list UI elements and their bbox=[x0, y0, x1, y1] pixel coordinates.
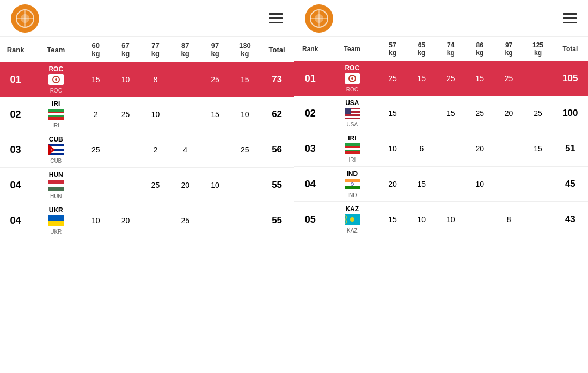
weight-cell-5 bbox=[230, 203, 260, 238]
weight-cell-2: 10 bbox=[140, 97, 170, 132]
table-row: 02 USA USA 1515252025100 bbox=[294, 96, 588, 131]
col-header-65-kg: 65kg bbox=[407, 37, 436, 61]
weight-cell-1: 10 bbox=[111, 62, 140, 97]
table-row: 01 ROC ROC 15108251573 bbox=[0, 62, 294, 97]
flag-label: IRI bbox=[52, 123, 59, 129]
total-cell: 43 bbox=[553, 202, 588, 237]
total-cell: 62 bbox=[260, 97, 294, 132]
table-row: 05 KAZ KAZ 151010843 bbox=[294, 202, 588, 237]
weight-cell-1: 25 bbox=[111, 97, 140, 132]
svg-rect-40 bbox=[345, 146, 360, 148]
rank-cell: 04 bbox=[0, 168, 31, 203]
team-cell: HUN HUN bbox=[31, 168, 81, 203]
team-name: ROC bbox=[48, 65, 63, 73]
team-name: KAZ bbox=[345, 205, 359, 213]
rank-cell: 04 bbox=[0, 203, 31, 238]
flag-label: UKR bbox=[50, 229, 62, 235]
weight-cell-4: 20 bbox=[494, 96, 523, 131]
menu-button[interactable] bbox=[269, 13, 283, 23]
col-header-Team: Team bbox=[31, 37, 81, 62]
weight-cell-4: 10 bbox=[200, 168, 230, 203]
weight-cell-4 bbox=[494, 131, 523, 166]
weight-cell-4: 25 bbox=[494, 61, 523, 96]
col-header-Team: Team bbox=[326, 37, 378, 61]
weight-cell-2: 25 bbox=[140, 168, 170, 203]
team-cell: USA USA bbox=[326, 96, 378, 131]
panel-header bbox=[294, 0, 588, 37]
weight-cell-5: 15 bbox=[523, 131, 552, 166]
table-row: 04 UKR UKR 10202555 bbox=[0, 203, 294, 238]
flag-label: ROC bbox=[346, 87, 358, 93]
weight-cell-2: 25 bbox=[436, 61, 465, 96]
total-cell: 100 bbox=[553, 96, 588, 131]
total-value: 100 bbox=[562, 108, 578, 118]
team-cell: CUB CUB bbox=[31, 132, 81, 167]
col-header-125-kg: 125kg bbox=[523, 37, 552, 61]
svg-rect-41 bbox=[345, 150, 360, 151]
team-name: IND bbox=[346, 170, 358, 178]
total-cell: 51 bbox=[553, 131, 588, 166]
flag-label: IRI bbox=[348, 157, 356, 163]
weight-cell-3: 20 bbox=[465, 131, 494, 166]
flag-icon bbox=[48, 74, 64, 87]
flag-icon bbox=[345, 214, 360, 227]
weight-cell-0 bbox=[81, 168, 111, 203]
weight-cell-3: 4 bbox=[170, 132, 200, 167]
table-row: 03 IRI IRI 106201551 bbox=[294, 131, 588, 166]
svg-rect-36 bbox=[345, 108, 351, 114]
team-name: USA bbox=[345, 99, 359, 107]
rank-cell: 03 bbox=[0, 132, 31, 167]
logo bbox=[11, 4, 39, 33]
flag-icon bbox=[48, 144, 64, 157]
table-container: RankTeam57kg65kg74kg86kg97kg125kgTotal01… bbox=[294, 37, 588, 373]
flag-icon bbox=[345, 108, 360, 120]
weight-cell-4: 25 bbox=[200, 62, 230, 97]
weight-cell-2: 10 bbox=[436, 202, 465, 237]
rank-number: 04 bbox=[305, 179, 316, 189]
total-cell: 55 bbox=[260, 168, 294, 203]
team-cell: KAZ KAZ bbox=[326, 202, 378, 237]
weight-cell-0: 2 bbox=[81, 97, 111, 132]
flag-icon bbox=[345, 143, 360, 156]
svg-rect-11 bbox=[48, 115, 64, 117]
svg-rect-42 bbox=[345, 179, 360, 182]
weight-cell-1: 6 bbox=[407, 131, 436, 166]
total-cell: 45 bbox=[553, 167, 588, 201]
table-row: 01 ROC ROC 2515251525105 bbox=[294, 61, 588, 96]
weight-cell-3: 10 bbox=[465, 167, 494, 201]
rank-number: 02 bbox=[10, 109, 21, 120]
weight-cell-5 bbox=[523, 167, 552, 201]
weight-cell-2: 8 bbox=[140, 62, 170, 97]
col-header-130-kg: 130kg bbox=[230, 37, 260, 62]
weight-cell-5: 10 bbox=[230, 97, 260, 132]
weight-cell-5: 25 bbox=[523, 96, 552, 131]
flag-icon bbox=[48, 180, 64, 192]
weight-cell-4 bbox=[200, 203, 230, 238]
weight-cell-1 bbox=[407, 96, 436, 131]
panel-right: RankTeam57kg65kg74kg86kg97kg125kgTotal01… bbox=[294, 0, 588, 373]
total-value: 105 bbox=[562, 73, 578, 83]
menu-button[interactable] bbox=[563, 13, 577, 23]
weight-cell-2: 2 bbox=[140, 132, 170, 167]
col-header-97-kg: 97kg bbox=[200, 37, 230, 62]
col-header-57-kg: 57kg bbox=[378, 37, 407, 61]
total-value: 55 bbox=[272, 215, 282, 225]
team-name: IRI bbox=[52, 100, 60, 108]
rankings-table: RankTeam57kg65kg74kg86kg97kg125kgTotal01… bbox=[294, 37, 588, 237]
total-value: 55 bbox=[272, 180, 282, 190]
svg-point-47 bbox=[350, 217, 354, 222]
flag-label: IND bbox=[347, 192, 357, 198]
weight-cell-2: 15 bbox=[436, 96, 465, 131]
weight-cell-4: 15 bbox=[200, 97, 230, 132]
weight-cell-5: 15 bbox=[230, 62, 260, 97]
weight-cell-2 bbox=[436, 131, 465, 166]
flag-label: ROC bbox=[50, 88, 62, 94]
weight-cell-0: 20 bbox=[378, 167, 407, 201]
flag-label: USA bbox=[347, 121, 358, 127]
team-cell: IRI IRI bbox=[326, 131, 378, 166]
weight-cell-3 bbox=[465, 202, 494, 237]
table-container: RankTeam60kg67kg77kg87kg97kg130kgTotal01… bbox=[0, 37, 294, 373]
svg-point-30 bbox=[351, 77, 353, 80]
flag-label: KAZ bbox=[347, 228, 357, 234]
col-header-Total: Total bbox=[260, 37, 294, 62]
